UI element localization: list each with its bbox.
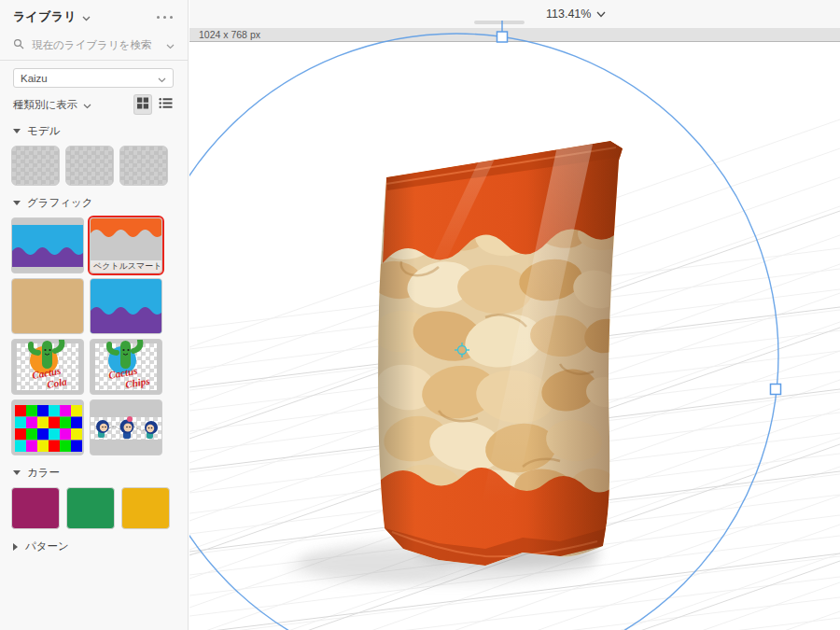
triangle-down-icon — [13, 470, 21, 475]
svg-text:Cola: Cola — [46, 375, 68, 390]
panel-menu-icon[interactable] — [155, 12, 175, 22]
chip-bag-model[interactable] — [368, 135, 630, 579]
graphic-thumb-wave-cyan-purple[interactable] — [90, 278, 162, 334]
section-graphics[interactable]: グラフィック — [0, 188, 188, 214]
color-swatch-magenta[interactable] — [11, 487, 60, 529]
chevron-down-icon[interactable] — [83, 96, 91, 113]
library-select[interactable]: Kaizu — [13, 68, 174, 88]
triangle-down-icon — [13, 201, 21, 205]
search-placeholder: 現在のライブラリを検索 — [32, 38, 166, 52]
list-view-icon[interactable] — [157, 95, 175, 114]
section-models-label: モデル — [27, 124, 60, 138]
model-thumb-3[interactable] — [119, 146, 168, 186]
libraries-panel: ライブラリ 現在のライブラリを検索 Kaizu 種類別に表示 — [0, 0, 189, 630]
panel-title: ライブラリ — [13, 8, 77, 25]
section-graphics-label: グラフィック — [27, 196, 93, 210]
graphic-thumb-rgb-checkerboard[interactable] — [11, 399, 84, 455]
model-thumb-1[interactable] — [11, 146, 60, 186]
color-swatch-green[interactable] — [66, 487, 115, 529]
color-swatch-gold[interactable] — [121, 487, 170, 529]
graphic-thumb-cactus-chips-logo[interactable]: Cactus Chips — [90, 339, 162, 395]
models-row — [11, 146, 176, 186]
model-thumb-2[interactable] — [65, 146, 114, 186]
chevron-down-icon[interactable] — [82, 8, 91, 25]
graphics-grid: ベクトルスマート... — [11, 217, 176, 455]
app-window: ライブラリ 現在のライブラリを検索 Kaizu 種類別に表示 — [0, 0, 840, 630]
graphic-thumb-label: ベクトルスマート... — [91, 260, 161, 273]
graphic-thumb-cactus-cola-logo[interactable]: Cactus Cola — [11, 339, 84, 395]
triangle-down-icon — [13, 129, 21, 133]
library-search[interactable]: 現在のライブラリを検索 — [0, 31, 188, 61]
view-by-row: 種類別に表示 — [13, 95, 175, 114]
graphic-thumb-flakes-texture[interactable] — [11, 278, 84, 334]
library-select-value: Kaizu — [21, 73, 158, 84]
graphic-thumb-characters-strip[interactable] — [90, 399, 162, 455]
section-colors-label: カラー — [27, 466, 60, 480]
chevron-down-icon — [158, 70, 166, 87]
view-by-label: 種類別に表示 — [13, 98, 77, 112]
section-models[interactable]: モデル — [0, 116, 188, 142]
graphic-thumb-vector-smart-selected[interactable]: ベクトルスマート... — [90, 217, 162, 273]
grid-view-icon[interactable] — [134, 95, 151, 114]
chevron-down-icon[interactable] — [166, 36, 175, 53]
rotation-handle-right[interactable] — [771, 385, 781, 395]
triangle-right-icon — [13, 543, 18, 551]
section-colors[interactable]: カラー — [0, 457, 188, 483]
panel-header: ライブラリ — [0, 0, 188, 31]
section-patterns[interactable]: パターン — [0, 531, 188, 557]
graphic-thumb-wave-cyan-purple-framed[interactable] — [11, 217, 84, 273]
rotation-handle-top[interactable] — [497, 32, 508, 42]
viewport-3d[interactable] — [189, 0, 840, 630]
colors-row — [11, 487, 176, 529]
section-patterns-label: パターン — [25, 539, 69, 553]
search-icon — [13, 36, 24, 53]
